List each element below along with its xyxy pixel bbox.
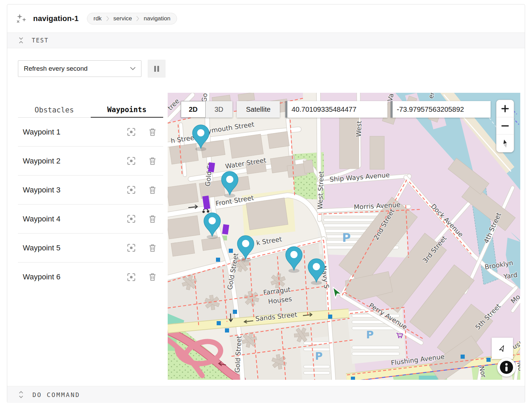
tab-waypoints[interactable]: Waypoints — [91, 102, 164, 118]
focus-waypoint-button[interactable] — [127, 273, 136, 281]
waypoint-name: Waypoint 4 — [18, 215, 127, 224]
focus-waypoint-button[interactable] — [127, 157, 136, 165]
zoom-out-button[interactable] — [496, 117, 514, 135]
street-label: West — [355, 121, 363, 137]
pause-icon — [154, 66, 160, 72]
navigation-card: navigation-1 rdk service navigation TEST… — [7, 4, 525, 403]
info-icon — [500, 360, 513, 374]
chevron-right-icon — [136, 16, 139, 21]
test-section-header[interactable]: TEST — [7, 32, 525, 48]
latitude-input[interactable] — [285, 101, 387, 118]
trash-icon — [149, 128, 156, 136]
trash-icon — [149, 157, 156, 165]
satellite-toggle-button[interactable]: Satellite — [237, 101, 280, 118]
chevron-down-icon — [130, 67, 136, 70]
delete-waypoint-button[interactable] — [149, 157, 156, 165]
zoom-in-icon — [501, 104, 510, 113]
trash-icon — [149, 244, 156, 252]
breadcrumb-item-rdk[interactable]: rdk — [93, 15, 102, 22]
locate-button[interactable] — [492, 338, 513, 359]
trash-icon — [149, 186, 156, 194]
breadcrumb-item-service[interactable]: service — [114, 15, 132, 22]
page-title: navigation-1 — [33, 14, 79, 23]
focus-icon — [127, 186, 136, 194]
delete-waypoint-button[interactable] — [149, 186, 156, 194]
parking-icon: P — [366, 329, 374, 341]
refresh-rate-select[interactable]: Refresh every second — [18, 60, 141, 77]
focus-icon — [127, 157, 136, 165]
waypoint-row: Waypoint 3 — [18, 176, 163, 205]
trash-icon — [149, 273, 156, 281]
waypoint-row: Waypoint 4 — [18, 205, 163, 234]
waypoint-name: Waypoint 3 — [18, 186, 127, 195]
map-container: P P P — [168, 93, 520, 380]
card-header: navigation-1 rdk service navigation — [7, 4, 525, 32]
waypoint-name: Waypoint 1 — [18, 128, 127, 137]
delete-waypoint-button[interactable] — [149, 273, 156, 281]
focus-icon — [127, 244, 136, 252]
waypoint-row: Waypoint 2 — [18, 147, 163, 176]
breadcrumb: rdk service navigation — [87, 13, 177, 24]
sparkles-icon — [16, 13, 27, 24]
map-zoom-control — [496, 100, 514, 152]
map-3d-button[interactable]: 3D — [206, 101, 233, 118]
street-label: West Street — [316, 171, 325, 209]
focus-icon — [127, 128, 136, 136]
compass-icon — [500, 138, 510, 149]
chevron-right-icon — [106, 16, 109, 21]
pause-button[interactable] — [148, 60, 166, 78]
do-command-label: DO COMMAND — [32, 391, 80, 398]
waypoint-list: Waypoint 1 Waypoint 2 Waypoint 3 Waypoin… — [18, 118, 163, 291]
focus-waypoint-button[interactable] — [127, 186, 136, 194]
focus-waypoint-button[interactable] — [127, 128, 136, 136]
locate-arrow-icon — [496, 343, 508, 354]
waypoints-panel: Obstacles Waypoints Waypoint 1 Waypoint … — [18, 102, 163, 291]
refresh-controls: Refresh every second — [18, 60, 166, 78]
map-canvas[interactable]: P P P — [168, 93, 520, 380]
focus-waypoint-button[interactable] — [127, 244, 136, 252]
do-command-section-header[interactable]: DO COMMAND — [7, 386, 525, 403]
delete-waypoint-button[interactable] — [149, 215, 156, 223]
zoom-in-button[interactable] — [496, 100, 514, 117]
waypoint-name: Waypoint 6 — [18, 272, 127, 281]
focus-waypoint-button[interactable] — [127, 215, 136, 223]
refresh-rate-value: Refresh every second — [24, 65, 88, 72]
panel-tabs: Obstacles Waypoints — [18, 102, 163, 118]
test-section-label: TEST — [32, 37, 49, 44]
collapse-icon — [18, 37, 24, 44]
map-dimension-toggle: 2D 3D — [181, 101, 233, 118]
map-2d-button[interactable]: 2D — [181, 101, 206, 118]
compass-button[interactable] — [496, 135, 514, 152]
longitude-input[interactable] — [391, 101, 491, 118]
expand-icon — [18, 391, 24, 398]
tab-obstacles[interactable]: Obstacles — [18, 102, 91, 117]
focus-icon — [127, 215, 136, 223]
map-attribution-button[interactable] — [497, 358, 516, 377]
parking-icon: P — [315, 350, 323, 362]
waypoint-row: Waypoint 5 — [18, 234, 163, 262]
zoom-out-icon — [501, 121, 510, 130]
waypoint-name: Waypoint 5 — [18, 244, 127, 252]
delete-waypoint-button[interactable] — [149, 128, 156, 136]
breadcrumb-item-navigation[interactable]: navigation — [144, 15, 170, 22]
delete-waypoint-button[interactable] — [149, 244, 156, 252]
parking-icon: P — [342, 231, 351, 245]
focus-icon — [127, 273, 136, 281]
waypoint-row: Waypoint 6 — [18, 262, 163, 291]
trash-icon — [149, 215, 156, 223]
waypoint-row: Waypoint 1 — [18, 118, 163, 147]
waypoint-name: Waypoint 2 — [18, 157, 127, 166]
